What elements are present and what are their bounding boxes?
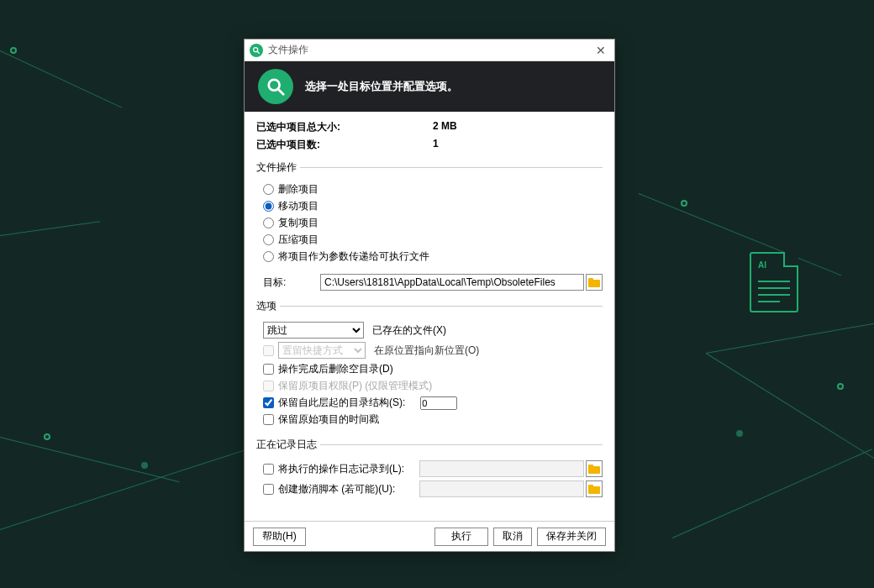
folder-icon	[588, 485, 600, 494]
svg-line-1	[257, 51, 260, 54]
app-icon	[250, 44, 263, 57]
selected-count-value: 1	[433, 138, 439, 152]
existing-file-label: 已存在的文件(X)	[372, 323, 446, 338]
cancel-button[interactable]: 取消	[493, 528, 532, 546]
radio-copy[interactable]: 复制项目	[263, 216, 603, 230]
radio-exec[interactable]: 将项目作为参数传递给可执行文件	[263, 249, 603, 264]
target-label: 目标:	[256, 276, 320, 290]
log-path-input	[419, 460, 584, 477]
ai-doc-decoration: AI	[750, 252, 798, 312]
browse-log-button[interactable]	[586, 460, 603, 477]
dialog-footer: 帮助(H) 执行 取消 保存并关闭	[245, 521, 614, 551]
check-keep-struct[interactable]: 保留自此层起的目录结构(S):	[263, 396, 603, 410]
operations-group: 文件操作 删除项目 移动项目 复制项目 压缩项目 将项目作为参数传递给可执行文件…	[256, 160, 603, 291]
radio-move[interactable]: 移动项目	[263, 199, 603, 213]
radio-compress[interactable]: 压缩项目	[263, 233, 603, 247]
selected-size-label: 已选中项目总大小:	[256, 120, 433, 134]
file-operation-dialog: 文件操作 ✕ 选择一处目标位置并配置选项。 已选中项目总大小: 2 MB 已选中…	[244, 39, 615, 552]
logging-legend: 正在记录日志	[256, 438, 320, 452]
execute-button[interactable]: 执行	[434, 528, 488, 546]
options-legend: 选项	[256, 299, 280, 313]
check-log-ops[interactable]: 将执行的操作日志记录到(L):	[263, 462, 419, 476]
logging-group: 正在记录日志 将执行的操作日志记录到(L): 创建撤消脚本 (若可能)(U):	[256, 438, 603, 501]
browse-undo-button[interactable]	[586, 480, 603, 497]
existing-file-select[interactable]: 跳过	[263, 322, 364, 339]
target-input[interactable]	[320, 274, 584, 291]
shortcut-label: 在原位置指向新位置(O)	[374, 344, 479, 358]
header-title: 选择一处目标位置并配置选项。	[305, 79, 458, 94]
folder-icon	[588, 465, 600, 474]
close-icon[interactable]: ✕	[592, 44, 609, 57]
check-undo-script[interactable]: 创建撤消脚本 (若可能)(U):	[263, 482, 419, 496]
svg-line-3	[279, 90, 284, 95]
check-del-empty[interactable]: 操作完成后删除空目录(D)	[263, 362, 603, 376]
save-close-button[interactable]: 保存并关闭	[537, 528, 606, 546]
check-keep-time[interactable]: 保留原始项目的时间戳	[263, 412, 603, 427]
selected-count-label: 已选中项目数:	[256, 138, 433, 152]
search-icon	[258, 69, 293, 104]
operations-legend: 文件操作	[256, 160, 300, 175]
help-button[interactable]: 帮助(H)	[253, 528, 306, 546]
radio-delete[interactable]: 删除项目	[263, 182, 603, 197]
options-group: 选项 跳过 已存在的文件(X) 置留快捷方式 在原位置指向新位置(O) 操作完成…	[256, 299, 603, 429]
browse-target-button[interactable]	[586, 274, 603, 291]
selected-size-value: 2 MB	[433, 120, 457, 134]
svg-point-0	[254, 47, 258, 51]
dialog-header: 选择一处目标位置并配置选项。	[245, 61, 614, 112]
svg-point-2	[269, 80, 280, 91]
shortcut-checkbox	[263, 345, 274, 356]
shortcut-select: 置留快捷方式	[278, 342, 366, 359]
folder-icon	[588, 278, 600, 287]
check-keep-perm: 保留原项目权限(P) (仅限管理模式)	[263, 379, 603, 393]
titlebar: 文件操作 ✕	[245, 39, 614, 61]
window-title: 文件操作	[268, 43, 308, 57]
undo-path-input	[419, 480, 584, 497]
struct-level-input[interactable]	[420, 396, 457, 410]
